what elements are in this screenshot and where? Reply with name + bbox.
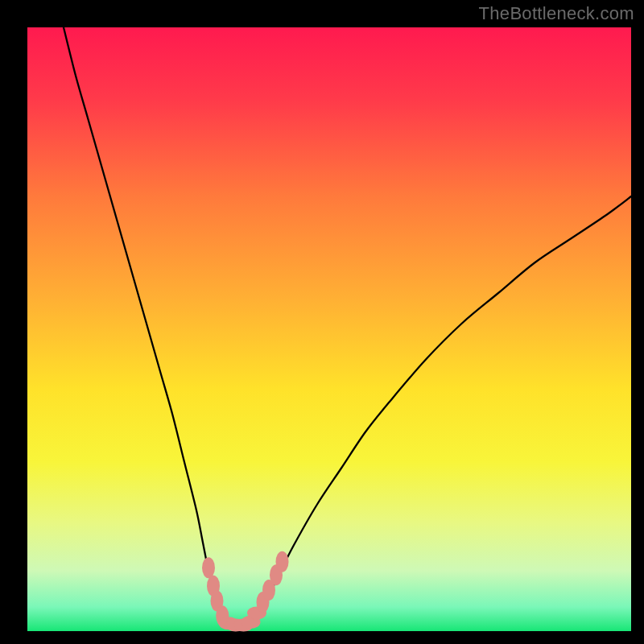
marker-point: [202, 557, 215, 578]
plot-background: [27, 27, 631, 631]
watermark-label: TheBottleneck.com: [479, 3, 634, 24]
bottleneck-chart: [0, 0, 644, 644]
chart-frame: TheBottleneck.com: [0, 0, 644, 644]
marker-point: [276, 551, 289, 572]
